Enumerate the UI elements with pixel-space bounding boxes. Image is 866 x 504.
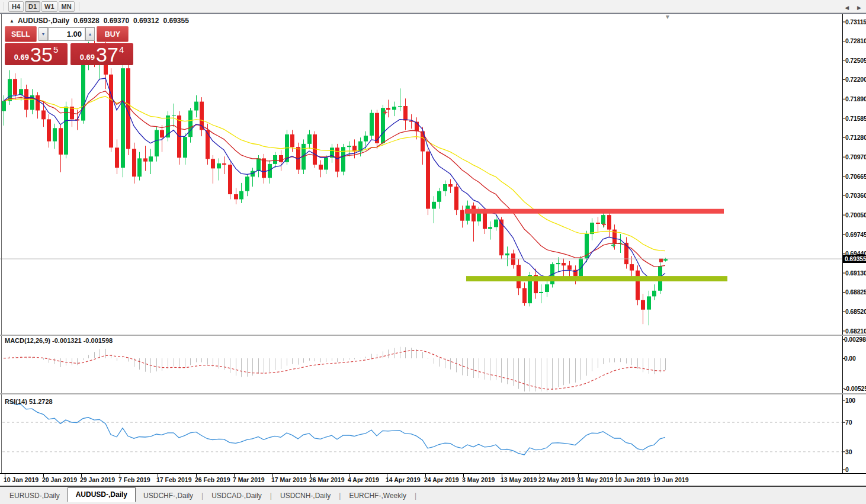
pane-splitter-rsi[interactable] [0, 393, 866, 394]
sell-price-figure: 0.69 [14, 53, 29, 62]
tab-scroll-controls: ◀ ▶ [845, 5, 861, 11]
tab-separator: | [339, 492, 341, 500]
rsi-label: RSI(14) 51.2728 [5, 398, 53, 405]
tab-scroll-right-icon[interactable]: ▶ [857, 5, 861, 11]
ohlc-close: 0.69355 [163, 17, 188, 25]
sell-price-pips: 35 [30, 45, 53, 64]
chart-canvas[interactable] [0, 0, 866, 504]
symbol-name: AUDUSD-,Daily [18, 17, 69, 25]
one-click-trade-panel: SELL ▼ ▲ BUY 0.69 35 5 0.69 37 4 [5, 26, 133, 65]
chart-title: ▲ AUDUSD-,Daily 0.69328 0.69370 0.69312 … [9, 17, 189, 25]
macd-label: MACD(12,26,9) -0.001321 -0.001598 [5, 337, 113, 344]
buy-price-display[interactable]: 0.69 37 4 [70, 43, 133, 65]
tab-eurusd-daily[interactable]: EURUSD-,Daily [2, 489, 68, 502]
sell-price-point: 5 [53, 44, 58, 54]
buy-price-figure: 0.69 [80, 53, 95, 62]
ohlc-high: 0.69370 [104, 17, 129, 25]
volume-increase-button[interactable]: ▲ [85, 27, 95, 41]
tab-separator: | [201, 492, 203, 500]
buy-price-pips: 37 [96, 45, 118, 64]
tab-eurchf-weekly[interactable]: EURCHF-,Weekly [341, 489, 413, 502]
tab-usdcnh-daily[interactable]: USDCNH-,Daily [272, 489, 338, 502]
pane-splitter-macd[interactable] [0, 335, 866, 336]
collapse-triangle-icon[interactable]: ▲ [9, 18, 14, 24]
ohlc-low: 0.69312 [133, 17, 159, 25]
mt4-window: 0.731150.728100.725050.722000.718900.715… [0, 0, 866, 504]
volume-input[interactable] [48, 27, 85, 41]
chart-shift-marker-icon[interactable]: ▼ [665, 14, 671, 20]
current-price-tag: 0.69355 [843, 255, 866, 263]
tab-separator: | [270, 492, 272, 500]
sell-button[interactable]: SELL [5, 26, 37, 42]
chart-tab-bar: EURUSD-,DailyAUDUSD-,DailyUSDCHF-,Daily|… [0, 487, 866, 504]
tab-scroll-left-icon[interactable]: ◀ [845, 5, 849, 11]
ohlc-open: 0.69328 [73, 17, 99, 25]
volume-decrease-button[interactable]: ▼ [39, 27, 48, 41]
tab-audusd-daily[interactable]: AUDUSD-,Daily [68, 487, 136, 502]
tab-separator: | [415, 492, 416, 500]
buy-price-point: 4 [119, 44, 124, 54]
buy-button[interactable]: BUY [97, 26, 129, 42]
sell-price-display[interactable]: 0.69 35 5 [5, 43, 68, 65]
tab-usdcad-daily[interactable]: USDCAD-,Daily [204, 489, 270, 502]
tab-usdchf-daily[interactable]: USDCHF-,Daily [136, 489, 201, 502]
